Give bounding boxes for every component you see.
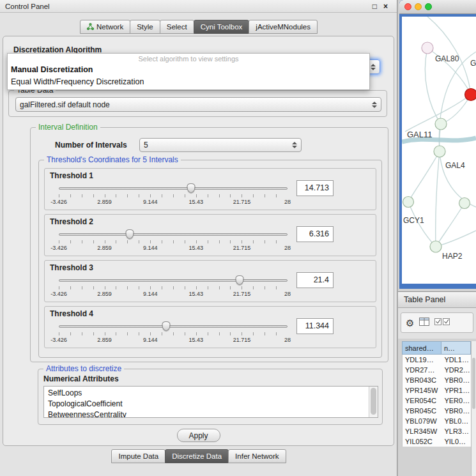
threshold-4-slider[interactable]: -3.4262.8599.14415.4321.71528 bbox=[59, 321, 288, 345]
slider-track[interactable] bbox=[59, 325, 288, 328]
slider-thumb[interactable] bbox=[125, 229, 134, 239]
threshold-1-label: Threshold 1 bbox=[50, 171, 93, 180]
combobox-stepper-icon bbox=[292, 142, 297, 148]
tab-select[interactable]: Select bbox=[160, 20, 194, 34]
tab-style[interactable]: Style bbox=[130, 20, 160, 34]
node-unlabeled[interactable] bbox=[459, 198, 470, 209]
cyni-toolbox-panel: Discretization Algorithm Select algorith… bbox=[3, 36, 394, 446]
tab-discretize-data[interactable]: Discretize Data bbox=[165, 449, 229, 463]
network-canvas[interactable]: GAL80 GAL11 GAL4 GCY1 HAP2 GA bbox=[402, 17, 476, 284]
attributes-group: Attributes to discretize Numerical Attri… bbox=[38, 369, 383, 425]
threshold-2-label: Threshold 2 bbox=[50, 217, 93, 226]
node-gal11[interactable] bbox=[435, 118, 447, 130]
threshold-3-value-field[interactable]: 21.4 bbox=[296, 272, 334, 288]
slider-thumb[interactable] bbox=[162, 321, 171, 331]
close-traffic-light-icon[interactable] bbox=[404, 3, 411, 10]
node-gcy1[interactable] bbox=[403, 197, 414, 208]
table-row[interactable]: YBR043CYBR0… bbox=[403, 375, 471, 385]
tab-impute-data[interactable]: Impute Data bbox=[111, 449, 165, 463]
node-gal4[interactable] bbox=[434, 146, 445, 157]
table-row[interactable]: YDL19…YDL1… bbox=[403, 355, 471, 365]
slider-thumb[interactable] bbox=[187, 183, 195, 193]
interval-definition-group-label: Interval Definition bbox=[36, 123, 100, 132]
slider-thumb[interactable] bbox=[235, 275, 243, 285]
table-row[interactable]: YLR345WYLR3… bbox=[403, 426, 471, 436]
table-row[interactable]: YER054CYER0… bbox=[403, 395, 471, 406]
slider-track[interactable] bbox=[59, 233, 288, 236]
dropdown-option-manual-discretization[interactable]: Manual Discretization bbox=[8, 64, 369, 76]
tab-label: Network bbox=[96, 23, 123, 31]
slider-track[interactable] bbox=[59, 187, 288, 190]
list-item[interactable]: SelfLoops bbox=[44, 388, 378, 399]
tab-cyni-toolbox[interactable]: Cyni Toolbox bbox=[194, 20, 250, 34]
column-header-shared[interactable]: shared… bbox=[402, 341, 441, 355]
threshold-1-slider[interactable]: -3.4262.8599.14415.4321.71528 bbox=[59, 183, 288, 207]
bottom-tabbar: Impute Data Discretize Data Infer Networ… bbox=[0, 449, 397, 463]
threshold-3-slider[interactable]: -3.4262.8599.14415.4321.71528 bbox=[59, 275, 288, 299]
minimize-icon[interactable]: □ bbox=[372, 2, 377, 11]
minimize-traffic-light-icon[interactable] bbox=[415, 3, 422, 10]
control-panel-tabbar: Network Style Select Cyni Toolbox jActiv… bbox=[0, 20, 397, 34]
table-data-combobox[interactable]: galFiltered.sif default node bbox=[15, 97, 381, 112]
threshold-2-panel: Threshold 2 -3.4262.8599.14415.4321.7152… bbox=[44, 214, 376, 256]
numerical-attributes-list[interactable]: SelfLoops TopologicalCoefficient Between… bbox=[43, 386, 378, 418]
column-header-name[interactable]: n… bbox=[441, 341, 471, 355]
threshold-2-slider[interactable]: -3.4262.8599.14415.4321.71528 bbox=[59, 229, 288, 253]
apply-button[interactable]: Apply bbox=[177, 429, 220, 442]
node-label-gcy1: GCY1 bbox=[403, 216, 424, 225]
zoom-traffic-light-icon[interactable] bbox=[425, 3, 432, 10]
slider-scale: -3.4262.8599.14415.4321.71528 bbox=[59, 291, 288, 298]
table-scrollbar[interactable] bbox=[471, 341, 476, 476]
threshold-2-value-field[interactable]: 6.316 bbox=[296, 226, 334, 242]
node-selected-red[interactable] bbox=[465, 89, 476, 101]
slider-track[interactable] bbox=[59, 279, 288, 282]
threshold-4-panel: Threshold 4 -3.4262.8599.14415.4321.7152… bbox=[44, 306, 376, 348]
tab-network[interactable]: Network bbox=[80, 20, 130, 34]
threshold-1-panel: Threshold 1 -3.4262.8599.14415.4321.7152… bbox=[44, 168, 376, 210]
slider-scale: -3.4262.8599.14415.4321.71528 bbox=[59, 337, 288, 344]
tab-label: Select bbox=[167, 23, 187, 31]
scrollbar-thumb[interactable] bbox=[472, 358, 475, 409]
table-data-group: Table Data galFiltered.sif default node bbox=[8, 90, 387, 117]
list-item[interactable]: TopologicalCoefficient bbox=[44, 399, 378, 410]
node-gal80[interactable] bbox=[422, 42, 433, 54]
tab-jactivemnodules[interactable]: jActiveMNodules bbox=[249, 20, 318, 34]
table-header-row: shared… n… bbox=[402, 341, 471, 355]
table-row[interactable]: YPR145WYPR1… bbox=[403, 385, 471, 395]
node-label-hap2: HAP2 bbox=[442, 252, 463, 261]
gear-icon[interactable]: ⚙ bbox=[406, 318, 414, 328]
table-row[interactable]: YIL052CYIL0… bbox=[403, 436, 471, 447]
tab-infer-network[interactable]: Infer Network bbox=[228, 449, 286, 463]
tab-label: Style bbox=[137, 23, 153, 31]
scrollbar-thumb[interactable] bbox=[371, 388, 376, 415]
number-of-intervals-value: 5 bbox=[144, 141, 148, 150]
algorithm-dropdown-popup: Select algorithm to view settings Manual… bbox=[7, 53, 370, 90]
column-settings-icon[interactable] bbox=[419, 318, 429, 328]
table-panel-toolbar: ⚙ bbox=[398, 308, 476, 339]
node-label-gal80: GAL80 bbox=[435, 54, 459, 63]
node-hap2[interactable] bbox=[430, 241, 441, 252]
network-window-titlebar bbox=[399, 0, 476, 14]
table-row[interactable]: YBL079WYBL0… bbox=[403, 416, 471, 426]
dropdown-option-equal-width-frequency[interactable]: Equal Width/Frequency Discretization bbox=[8, 76, 369, 88]
thresholds-group: Threshold's Coordinates for 5 Intervals … bbox=[38, 160, 382, 358]
close-icon[interactable]: × bbox=[383, 2, 388, 11]
tab-label: jActiveMNodules bbox=[256, 23, 311, 31]
list-scrollbar[interactable] bbox=[369, 387, 378, 417]
control-panel-window: Control Panel □ × Network Style Select C… bbox=[0, 0, 397, 476]
checkbox-icons[interactable] bbox=[434, 318, 450, 327]
tab-label: Discretize Data bbox=[172, 452, 222, 460]
table-panel-title: Table Panel bbox=[404, 295, 445, 304]
slider-ticks bbox=[59, 194, 288, 197]
table-row[interactable]: YBR045CYBR0… bbox=[403, 406, 471, 416]
network-view-window: GAL80 GAL11 GAL4 GCY1 HAP2 GA bbox=[399, 0, 476, 289]
threshold-1-value-field[interactable]: 14.713 bbox=[296, 180, 334, 196]
combobox-stepper-icon bbox=[371, 64, 376, 70]
list-item[interactable]: BetweennessCentrality bbox=[44, 410, 378, 418]
node-label-gal11: GAL11 bbox=[407, 130, 433, 139]
threshold-4-value-field[interactable]: 11.344 bbox=[296, 318, 334, 334]
table-row[interactable]: YDR27…YDR2… bbox=[403, 365, 471, 375]
attributes-group-label: Attributes to discretize bbox=[43, 364, 124, 373]
number-of-intervals-combobox[interactable]: 5 bbox=[139, 138, 302, 152]
table-data-combobox-value: galFiltered.sif default node bbox=[20, 100, 110, 109]
